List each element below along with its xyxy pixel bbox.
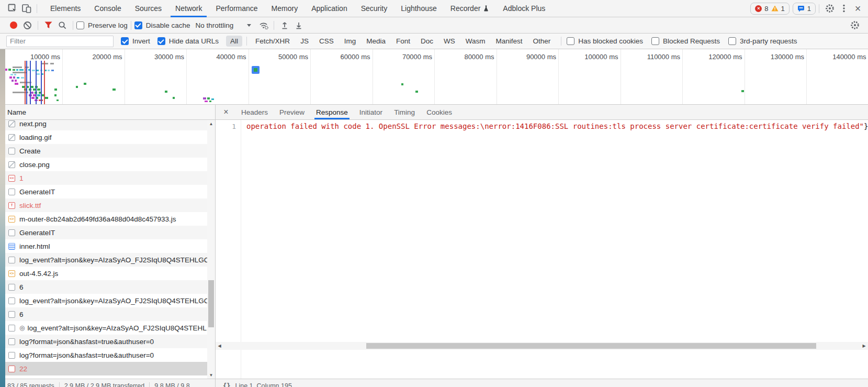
request-row[interactable]: log?format=json&hasfast=true&authuser=0: [5, 348, 207, 362]
response-line[interactable]: operation failed with code 1. OpenSSL Er…: [246, 122, 868, 130]
name-column-header[interactable]: Name: [5, 105, 215, 120]
document-icon: [8, 338, 15, 345]
response-hscrollbar[interactable]: ◀ ▶: [216, 342, 868, 350]
timeline-overview[interactable]: 10000 ms20000 ms30000 ms40000 ms50000 ms…: [5, 49, 868, 105]
selected-request-marker[interactable]: [252, 66, 260, 74]
hide-data-urls-checkbox[interactable]: Hide data URLs: [157, 37, 219, 45]
close-detail-icon[interactable]: ×: [220, 107, 232, 117]
request-row[interactable]: Create: [5, 144, 207, 158]
request-row[interactable]: GenerateIT: [5, 185, 207, 198]
device-toolbar-icon[interactable]: [19, 2, 33, 15]
pending-icon: ◎: [19, 324, 25, 331]
request-row[interactable]: inner.html: [5, 239, 207, 253]
tab-label: Application: [311, 4, 347, 13]
type-filter-all[interactable]: All: [226, 36, 242, 47]
request-row[interactable]: <>m-outer-8cb24ab2d649fd36a488d04d8c4579…: [5, 212, 207, 226]
record-icon[interactable]: [6, 18, 20, 32]
request-list-scrollbar[interactable]: ▲ ▼: [207, 120, 215, 379]
import-har-icon[interactable]: [277, 18, 291, 32]
detail-tab-initiator[interactable]: Initiator: [354, 105, 388, 119]
scroll-up-icon[interactable]: ▲: [207, 120, 215, 127]
disable-cache-checkbox[interactable]: Disable cache: [134, 21, 190, 29]
filter-input[interactable]: [6, 36, 114, 47]
type-filter-css[interactable]: CSS: [315, 36, 338, 47]
waterfall-mark: [13, 69, 15, 71]
blocked-requests-checkbox[interactable]: Blocked Requests: [651, 37, 720, 45]
request-row[interactable]: log_event?alt=json&key=AIzaSyAO_FJ2SIqU8…: [5, 253, 207, 267]
type-filter-fetch-xhr[interactable]: Fetch/XHR: [251, 36, 294, 47]
network-conditions-icon[interactable]: [256, 18, 270, 32]
type-filter-media[interactable]: Media: [362, 36, 390, 47]
format-braces-icon[interactable]: {}: [223, 382, 230, 387]
request-row[interactable]: log?format=json&hasfast=true&authuser=0: [5, 335, 207, 348]
scroll-down-icon[interactable]: ▼: [207, 371, 215, 379]
export-har-icon[interactable]: [291, 18, 306, 32]
request-row[interactable]: <>1: [5, 171, 207, 185]
request-row[interactable]: ◎log_event?alt=json&key=AIzaSyAO_FJ2SIqU…: [5, 321, 207, 335]
tab-application[interactable]: Application: [305, 0, 354, 17]
scroll-left-icon[interactable]: ◀: [216, 342, 223, 350]
errors-warnings-badge[interactable]: × 8 1: [750, 3, 789, 15]
waterfall-mark: [16, 69, 18, 71]
throttling-select[interactable]: No throttling: [196, 21, 252, 29]
detail-tab-response[interactable]: Response: [310, 105, 354, 119]
request-row[interactable]: 6: [5, 280, 207, 294]
detail-tabs: HeadersPreviewResponseInitiatorTimingCoo…: [235, 105, 458, 119]
type-filter-other[interactable]: Other: [529, 36, 555, 47]
preserve-log-checkbox[interactable]: Preserve log: [76, 21, 128, 29]
timeline-gridline: [186, 49, 187, 104]
tab-performance[interactable]: Performance: [209, 0, 264, 17]
tab-security[interactable]: Security: [354, 0, 394, 17]
request-row[interactable]: log_event?alt=json&key=AIzaSyAO_FJ2SIqU8…: [5, 294, 207, 307]
detail-tab-headers[interactable]: Headers: [235, 105, 274, 119]
type-filter-js[interactable]: JS: [296, 36, 313, 47]
more-options-icon[interactable]: [837, 2, 851, 15]
tab-recorder[interactable]: Recorder: [444, 0, 497, 17]
toolbar-divider: [561, 37, 561, 46]
request-row[interactable]: next.png: [5, 120, 207, 130]
filter-icon[interactable]: [41, 18, 55, 32]
request-row[interactable]: 6: [5, 307, 207, 321]
waterfall-mark: [15, 80, 17, 82]
search-icon[interactable]: [55, 18, 70, 32]
request-row[interactable]: loading.gif: [5, 130, 207, 144]
timeline-tick-label: 80000 ms: [446, 53, 494, 61]
type-filter-img[interactable]: Img: [340, 36, 360, 47]
type-filter-wasm[interactable]: Wasm: [461, 36, 490, 47]
request-name: 6: [19, 283, 207, 291]
third-party-requests-checkbox[interactable]: 3rd-party requests: [728, 37, 797, 45]
tab-adblock-plus[interactable]: Adblock Plus: [496, 0, 552, 17]
name-column-label: Name: [7, 108, 26, 116]
inspect-element-icon[interactable]: [5, 2, 19, 15]
hscrollbar-thumb[interactable]: [366, 343, 816, 349]
type-filter-manifest[interactable]: Manifest: [491, 36, 526, 47]
document-icon: [8, 189, 15, 195]
detail-tab-cookies[interactable]: Cookies: [421, 105, 458, 119]
request-row[interactable]: close.png: [5, 158, 207, 171]
settings-gear-icon[interactable]: [822, 2, 837, 15]
scroll-right-icon[interactable]: ▶: [860, 342, 868, 350]
request-row[interactable]: Tslick.ttf: [5, 198, 207, 212]
timeline-tick-label: 40000 ms: [198, 53, 246, 61]
type-filter-ws[interactable]: WS: [439, 36, 459, 47]
tab-console[interactable]: Console: [87, 0, 128, 17]
issues-badge[interactable]: 1: [793, 3, 816, 15]
type-filter-font[interactable]: Font: [392, 36, 414, 47]
tab-network[interactable]: Network: [168, 0, 209, 17]
detail-tab-preview[interactable]: Preview: [274, 105, 310, 119]
detail-tab-timing[interactable]: Timing: [388, 105, 421, 119]
request-row[interactable]: GenerateIT: [5, 226, 207, 239]
has-blocked-cookies-checkbox[interactable]: Has blocked cookies: [567, 37, 643, 45]
request-row[interactable]: <>out-4.5.42.js: [5, 267, 207, 280]
scrollbar-thumb[interactable]: [208, 280, 214, 327]
type-filter-doc[interactable]: Doc: [416, 36, 437, 47]
tab-lighthouse[interactable]: Lighthouse: [394, 0, 444, 17]
tab-elements[interactable]: Elements: [43, 0, 87, 17]
invert-checkbox[interactable]: Invert: [121, 37, 150, 45]
close-devtools-icon[interactable]: ×: [851, 2, 865, 15]
network-settings-gear-icon[interactable]: [848, 18, 862, 32]
clear-icon[interactable]: [20, 18, 35, 32]
tab-memory[interactable]: Memory: [265, 0, 305, 17]
tab-sources[interactable]: Sources: [128, 0, 168, 17]
request-row[interactable]: 22: [5, 362, 207, 375]
